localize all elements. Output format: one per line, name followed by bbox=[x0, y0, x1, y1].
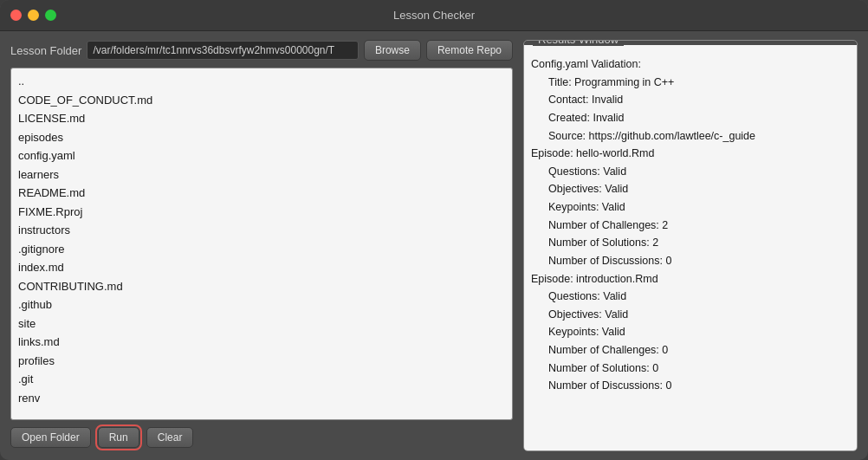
list-item[interactable]: config.yaml bbox=[11, 146, 512, 165]
list-item[interactable]: CODE_OF_CONDUCT.md bbox=[11, 91, 512, 110]
result-line: Objectives: Valid bbox=[531, 306, 850, 324]
list-item[interactable]: site bbox=[11, 314, 512, 334]
window-title: Lesson Checker bbox=[393, 9, 475, 22]
list-item[interactable]: FIXME.Rproj bbox=[11, 203, 512, 222]
file-list[interactable]: ..CODE_OF_CONDUCT.mdLICENSE.mdepisodesco… bbox=[11, 68, 512, 419]
run-button[interactable]: Run bbox=[98, 427, 139, 448]
result-line: Episode: hello-world.Rmd bbox=[531, 145, 850, 163]
list-item[interactable]: .github bbox=[11, 295, 512, 314]
result-line: Episode: introduction.Rmd bbox=[531, 270, 850, 288]
result-line: Config.yaml Validation: bbox=[531, 55, 850, 74]
list-item[interactable]: LICENSE.md bbox=[11, 109, 512, 128]
maximize-button[interactable] bbox=[45, 10, 56, 21]
main-content: Lesson Folder /var/folders/mr/tc1nnrvs36… bbox=[0, 31, 868, 460]
bottom-buttons: Open Folder Run Clear bbox=[10, 427, 513, 451]
list-item[interactable]: links.md bbox=[11, 333, 512, 352]
close-button[interactable] bbox=[10, 10, 22, 21]
result-line: Number of Solutions: 0 bbox=[531, 360, 850, 378]
right-panel: Results Window Config.yaml Validation:Ti… bbox=[523, 40, 858, 451]
folder-row: Lesson Folder /var/folders/mr/tc1nnrvs36… bbox=[10, 40, 513, 61]
list-item[interactable]: instructors bbox=[11, 221, 512, 240]
list-item[interactable]: .gitignore bbox=[11, 240, 512, 259]
results-content[interactable]: Config.yaml Validation:Title: Programmin… bbox=[524, 45, 857, 450]
list-item[interactable]: README.md bbox=[11, 184, 512, 203]
list-item[interactable]: index.md bbox=[11, 258, 512, 277]
results-legend: Results Window bbox=[533, 40, 624, 46]
result-line: Questions: Valid bbox=[531, 288, 850, 306]
list-item[interactable]: renv bbox=[11, 389, 512, 408]
result-line: Source: https://github.com/lawtlee/c-_gu… bbox=[531, 127, 850, 146]
file-list-container: ..CODE_OF_CONDUCT.mdLICENSE.mdepisodesco… bbox=[10, 68, 513, 420]
result-line: Questions: Valid bbox=[531, 163, 850, 181]
left-panel: Lesson Folder /var/folders/mr/tc1nnrvs36… bbox=[10, 40, 513, 451]
list-item[interactable]: episodes bbox=[11, 128, 512, 147]
minimize-button[interactable] bbox=[28, 10, 39, 21]
list-item[interactable]: CONTRIBUTING.md bbox=[11, 277, 512, 296]
list-item[interactable]: profiles bbox=[11, 352, 512, 371]
result-line: Keypoints: Valid bbox=[531, 198, 850, 217]
clear-button[interactable]: Clear bbox=[146, 427, 194, 448]
folder-path-display: /var/folders/mr/tc1nnrvs36dbsvrfyw2hmvs0… bbox=[87, 41, 359, 60]
result-line: Number of Challenges: 0 bbox=[531, 341, 850, 360]
result-line: Number of Discussions: 0 bbox=[531, 252, 850, 270]
list-item[interactable]: .. bbox=[11, 72, 512, 91]
list-item[interactable]: .git bbox=[11, 370, 512, 389]
result-line: Number of Discussions: 0 bbox=[531, 377, 850, 395]
title-bar: Lesson Checker bbox=[0, 0, 868, 31]
app-window: Lesson Checker Lesson Folder /var/folder… bbox=[0, 0, 868, 460]
result-line: Objectives: Valid bbox=[531, 180, 850, 198]
result-line: Number of Solutions: 2 bbox=[531, 234, 850, 252]
folder-label: Lesson Folder bbox=[10, 44, 81, 57]
results-group: Results Window Config.yaml Validation:Ti… bbox=[523, 40, 858, 451]
result-line: Title: Programming in C++ bbox=[531, 74, 850, 92]
result-line: Number of Challenges: 2 bbox=[531, 217, 850, 235]
result-line: Created: Invalid bbox=[531, 109, 850, 127]
open-folder-button[interactable]: Open Folder bbox=[10, 427, 91, 448]
browse-button[interactable]: Browse bbox=[364, 40, 421, 61]
result-line: Keypoints: Valid bbox=[531, 323, 850, 341]
list-item[interactable]: learners bbox=[11, 165, 512, 185]
traffic-lights bbox=[10, 10, 56, 21]
result-line: Contact: Invalid bbox=[531, 91, 850, 109]
remote-repo-button[interactable]: Remote Repo bbox=[426, 40, 513, 61]
